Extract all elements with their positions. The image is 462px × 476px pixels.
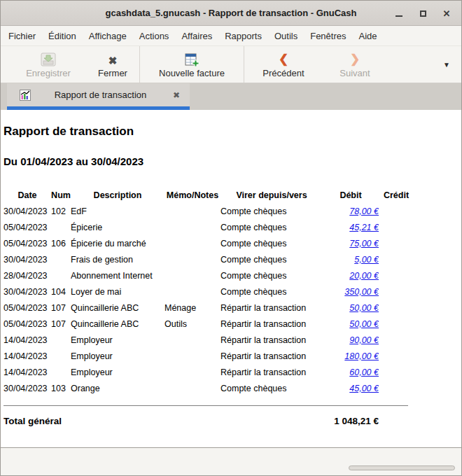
cell-memo [164,332,220,348]
cell-description: Employeur [71,364,164,380]
cell-debit: 78,00 € [323,203,379,219]
col-header-memo: Mémo/Notes [164,187,220,203]
cell-num [51,348,71,364]
amount-link[interactable]: 45,21 € [349,223,379,232]
amount-link[interactable]: 45,00 € [349,384,379,393]
forward-label: Suivant [340,68,370,78]
cell-memo [164,267,220,284]
amount-link[interactable]: 50,00 € [349,319,379,329]
close-x-icon: ✖ [108,51,118,66]
cell-date: 30/04/2023 [4,251,51,267]
menu-item[interactable]: Affaires [175,28,218,44]
close-label: Fermer [98,68,127,78]
titlebar: gcashdata_5.gnucash - Rapport de transac… [1,1,461,26]
save-label: Enregistrer [26,68,71,78]
gnucash-window: gcashdata_5.gnucash - Rapport de transac… [0,0,462,476]
amount-link[interactable]: 5,00 € [354,255,379,265]
tab-close-icon[interactable]: ✖ [170,89,183,102]
cell-description: Épicerie du marché [71,235,164,251]
grand-total-value: 1 048,21 € [334,416,414,426]
cell-date: 28/04/2023 [4,267,51,284]
cell-memo [164,251,220,267]
maximize-button[interactable] [415,6,430,21]
minimize-button[interactable] [391,6,407,21]
report-chart-icon [20,90,31,101]
cell-description: Loyer de mai [71,284,164,300]
report-view: Rapport de transaction Du 01/04/2023 au … [1,110,461,448]
amount-link[interactable]: 350,00 € [344,287,379,297]
cell-debit: 45,21 € [323,219,379,235]
cell-transfer-account: Compte chèques [220,284,323,300]
cell-num [51,267,71,284]
save-icon [41,51,56,66]
amount-link[interactable]: 20,00 € [349,271,379,281]
amount-link[interactable]: 78,00 € [349,206,379,216]
amount-link[interactable]: 75,00 € [349,239,379,248]
close-button[interactable]: ✕ [439,6,454,21]
report-date-range: Du 01/04/2023 au 30/04/2023 [4,155,461,168]
cell-credit [379,316,414,332]
transaction-row: 14/04/2023 Employeur Répartir la transac… [4,332,414,348]
cell-date: 05/04/2023 [4,300,51,316]
close-tab-button[interactable]: ✖ Fermer [86,46,139,83]
amount-link[interactable]: 60,00 € [349,368,379,377]
cell-debit: 90,00 € [323,332,379,348]
amount-link[interactable]: 180,00 € [344,351,379,361]
cell-description: EdF [71,203,164,219]
cell-num: 107 [51,300,71,316]
tabbar: Rapport de transaction ✖ [1,83,461,110]
cell-transfer-account: Répartir la transaction [220,348,323,364]
transaction-row: 14/04/2023 Employeur Répartir la transac… [4,348,414,364]
cell-debit: 180,00 € [323,348,379,364]
cell-memo [164,348,220,364]
cell-debit: 50,00 € [323,300,379,316]
cell-date: 30/04/2023 [4,284,51,300]
cell-transfer-account: Répartir la transaction [220,364,323,380]
cell-debit: 5,00 € [323,251,379,267]
cell-description: Frais de gestion [71,251,164,267]
save-button[interactable]: Enregistrer [10,46,86,83]
back-label: Précédent [262,68,304,78]
menu-item[interactable]: Rapports [218,28,268,44]
transaction-row: 28/04/2023 Abonnement Internet Compte ch… [4,267,414,284]
transaction-row: 30/04/2023 Frais de gestion Compte chèqu… [4,251,414,267]
cell-debit: 60,00 € [323,364,379,380]
cell-date: 05/04/2023 [4,219,51,235]
menu-item[interactable]: Outils [268,28,304,44]
col-header-debit: Débit [323,187,379,203]
cell-num: 104 [51,284,71,300]
cell-transfer-account: Compte chèques [220,380,323,396]
cell-transfer-account: Compte chèques [220,219,323,235]
cell-memo: Ménage [164,300,220,316]
cell-date: 14/04/2023 [4,332,51,348]
cell-date: 14/04/2023 [4,364,51,380]
transaction-row: 05/04/2023 106 Épicerie du marché Compte… [4,235,414,251]
toolbar-overflow-dropdown[interactable]: ▼ [443,61,461,69]
menu-item[interactable]: Actions [133,28,176,44]
forward-button[interactable]: ❯ Suivant [323,46,387,83]
tab-rapport-de-transaction[interactable]: Rapport de transaction ✖ [7,83,190,110]
back-button[interactable]: ❮ Précédent [244,46,323,83]
back-chevron-icon: ❮ [279,51,288,66]
amount-link[interactable]: 50,00 € [349,303,379,313]
cell-credit [379,219,414,235]
col-header-description: Description [71,187,164,203]
cell-memo [164,284,220,300]
cell-num: 107 [51,316,71,332]
cell-description: Quincaillerie ABC [71,300,164,316]
cell-num [51,219,71,235]
cell-transfer-account: Compte chèques [220,251,323,267]
new-invoice-button[interactable]: Nouvelle facture [140,46,244,83]
cell-transfer-account: Répartir la transaction [220,300,323,316]
cell-date: 05/04/2023 [4,316,51,332]
tab-label: Rapport de transaction [55,90,147,100]
cell-num [51,364,71,380]
menu-item[interactable]: Fichier [2,28,42,44]
amount-link[interactable]: 90,00 € [349,335,379,345]
cell-credit [379,348,414,364]
cell-num: 103 [51,380,71,396]
menu-item[interactable]: Affichage [83,28,133,44]
menu-item[interactable]: Édition [42,28,83,44]
menu-item[interactable]: Aide [353,28,384,44]
menu-item[interactable]: Fenêtres [304,28,352,44]
